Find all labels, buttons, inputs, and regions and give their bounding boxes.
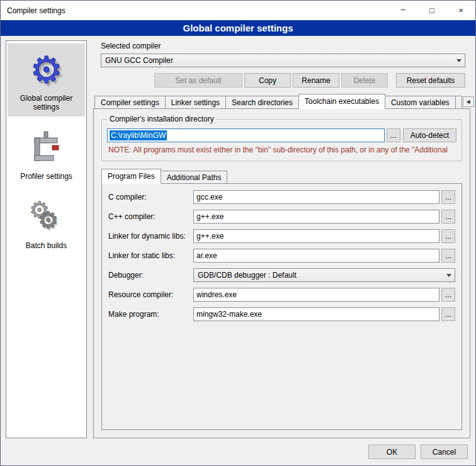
program-files-tabstrip: Program Files Additional Paths — [101, 169, 462, 183]
close-button[interactable]: × — [446, 1, 475, 20]
tab-additional-paths[interactable]: Additional Paths — [161, 171, 228, 184]
tab-scroll-left-button[interactable]: ◀ — [463, 96, 474, 107]
browse-static-linker-button[interactable]: ... — [441, 249, 455, 263]
close-icon: × — [458, 6, 463, 15]
browse-make-program-button[interactable]: ... — [441, 307, 455, 321]
form-row: C compiler: ... — [108, 190, 455, 204]
auto-detect-button[interactable]: Auto-detect — [403, 128, 456, 142]
compiler-settings-dialog: Compiler settings – □ × Global compiler … — [0, 0, 476, 466]
sidebar-item-global-compiler-settings[interactable]: ⚙ Global compiler settings — [8, 43, 85, 116]
browse-c-compiler-button[interactable]: ... — [441, 190, 455, 204]
dialog-header: Global compiler settings — [1, 20, 475, 36]
dialog-footer: OK Cancel — [1, 438, 475, 465]
chevron-down-icon — [443, 269, 455, 281]
tab-toolchain-executables[interactable]: Toolchain executables — [298, 94, 385, 109]
sidebar-item-label: Global compiler settings — [9, 94, 84, 111]
compiler-select[interactable]: GNU GCC Compiler — [101, 54, 465, 67]
browse-cpp-compiler-button[interactable]: ... — [441, 210, 455, 224]
maximize-button[interactable]: □ — [417, 1, 446, 20]
browse-resource-compiler-button[interactable]: ... — [441, 288, 455, 302]
main-panel: Selected compiler GNU GCC Compiler Set a… — [93, 40, 470, 438]
sidebar-item-label: Batch builds — [26, 241, 67, 250]
settings-category-list: ⚙ Global compiler settings Profiler sett… — [6, 40, 87, 438]
batch-builds-icon: ⚙ ⚙ — [28, 200, 65, 236]
minimize-button[interactable]: – — [388, 1, 417, 20]
resource-compiler-label: Resource compiler: — [108, 290, 193, 299]
cpp-compiler-label: C++ compiler: — [108, 212, 193, 221]
debugger-select-value: GDB/CDB debugger : Default — [198, 271, 443, 280]
settings-tabstrip: Compiler settings Linker settings Search… — [93, 94, 470, 108]
tab-linker-settings[interactable]: Linker settings — [165, 96, 226, 109]
tab-scroll-controls: ◀ ▶ — [462, 96, 476, 107]
toolchain-executables-panel: Compiler's installation directory C:\ray… — [93, 108, 470, 438]
dynamic-linker-input[interactable] — [193, 229, 439, 243]
delete-button[interactable]: Delete — [341, 73, 388, 88]
browse-directory-button[interactable]: ... — [387, 128, 400, 142]
sidebar-item-batch-builds[interactable]: ⚙ ⚙ Batch builds — [8, 192, 85, 255]
cancel-button[interactable]: Cancel — [421, 445, 468, 459]
tab-search-directories[interactable]: Search directories — [225, 96, 299, 109]
maximize-icon: □ — [429, 6, 434, 15]
bin-subdirectory-note: NOTE: All programs must exist either in … — [108, 145, 456, 154]
tab-program-files[interactable]: Program Files — [101, 169, 161, 184]
set-as-default-button[interactable]: Set as default — [154, 73, 242, 88]
cpp-compiler-input[interactable] — [193, 210, 439, 224]
form-row: Make program: ... — [108, 307, 455, 321]
make-program-label: Make program: — [108, 310, 193, 319]
rename-button[interactable]: Rename — [293, 73, 339, 88]
chevron-down-icon — [453, 54, 465, 67]
c-compiler-input[interactable] — [193, 190, 439, 204]
browse-dynamic-linker-button[interactable]: ... — [441, 229, 455, 243]
form-row: Debugger: GDB/CDB debugger : Default — [108, 268, 455, 282]
form-row: C++ compiler: ... — [108, 210, 455, 224]
gear-icon: ⚙ — [30, 51, 63, 89]
debugger-label: Debugger: — [108, 271, 193, 280]
program-files-panel: C compiler: ... C++ compiler: ... Linker… — [101, 183, 462, 430]
dialog-body: ⚙ Global compiler settings Profiler sett… — [1, 36, 475, 438]
make-program-input[interactable] — [193, 307, 439, 321]
selected-compiler-label: Selected compiler — [101, 42, 465, 50]
c-compiler-label: C compiler: — [108, 193, 193, 202]
tab-compiler-settings[interactable]: Compiler settings — [94, 96, 166, 109]
static-linker-label: Linker for static libs: — [108, 251, 193, 260]
sidebar-item-label: Profiler settings — [20, 172, 72, 181]
installation-directory-input[interactable]: C:\raylib\MinGW — [107, 128, 385, 142]
form-row: Linker for dynamic libs: ... — [108, 229, 455, 243]
installation-directory-label: Compiler's installation directory — [107, 115, 217, 123]
arrow-left-icon: ◀ — [467, 99, 470, 105]
compiler-actions: Set as default Copy Rename Delete Reset … — [101, 73, 465, 88]
installation-directory-group: Compiler's installation directory C:\ray… — [101, 119, 462, 161]
dynamic-linker-label: Linker for dynamic libs: — [108, 232, 193, 241]
installation-directory-value: C:\raylib\MinGW — [110, 130, 167, 140]
copy-button[interactable]: Copy — [244, 73, 291, 88]
static-linker-input[interactable] — [193, 249, 439, 263]
form-row: Resource compiler: ... — [108, 288, 455, 302]
resource-compiler-input[interactable] — [193, 288, 439, 302]
titlebar[interactable]: Compiler settings – □ × — [1, 1, 475, 20]
debugger-select[interactable]: GDB/CDB debugger : Default — [193, 268, 455, 282]
reset-defaults-button[interactable]: Reset defaults — [396, 73, 465, 88]
sidebar-item-profiler-settings[interactable]: Profiler settings — [8, 123, 85, 186]
ok-button[interactable]: OK — [368, 445, 416, 459]
compiler-select-value: GNU GCC Compiler — [105, 56, 453, 65]
window-title: Compiler settings — [1, 1, 388, 20]
tab-custom-variables[interactable]: Custom variables — [385, 96, 456, 109]
form-row: Linker for static libs: ... — [108, 249, 455, 263]
profiler-icon — [31, 130, 62, 167]
minimize-icon: – — [400, 4, 405, 14]
